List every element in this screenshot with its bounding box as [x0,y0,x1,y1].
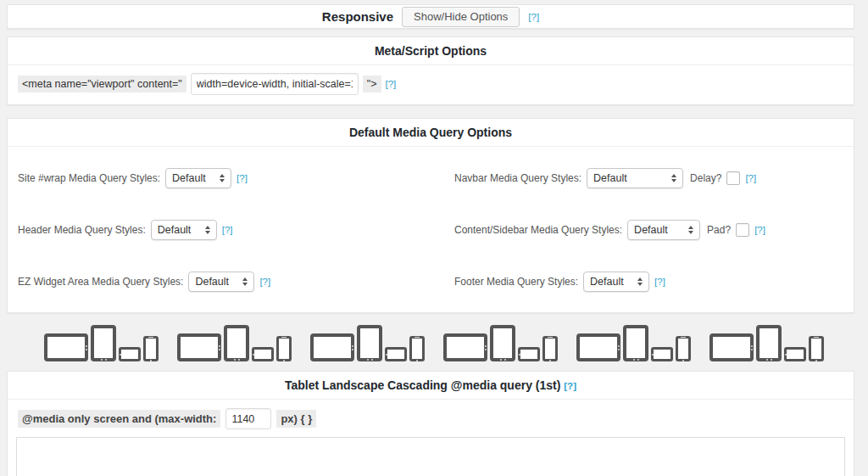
mq-row-footer: Footer Media Query Styles: Default [?] [444,255,854,307]
tablet-landscape-icon [310,333,354,361]
meta-script-panel: Meta/Script Options <meta name="viewport… [7,36,854,105]
tablet-portrait-icon [490,325,515,361]
media-query-row: @media only screen and (max-width: px) {… [8,400,854,434]
tablet-portrait-icon [357,325,382,361]
max-width-input[interactable] [225,408,271,429]
page-title: Responsive [322,9,393,24]
mq-row-content-sidebar: Content/Sidebar Media Query Styles: Defa… [444,204,854,255]
phone-landscape-icon [784,347,806,361]
content-sidebar-select[interactable]: Default [627,220,700,240]
help-link-viewport[interactable]: [?] [386,79,397,89]
select-arrows-icon [671,174,676,182]
help-link-header[interactable]: [?] [222,225,233,235]
ez-widget-label: EZ Widget Area Media Query Styles: [18,276,183,288]
mq-row-site-wrap: Site #wrap Media Query Styles: Default [… [8,152,444,204]
device-group [44,325,159,361]
phone-portrait-icon [276,336,292,361]
select-arrows-icon [205,226,210,234]
responsive-header-bar: Responsive Show/Hide Options [?] [7,4,854,29]
phone-portrait-icon [409,336,425,361]
device-indicator-strip [0,313,868,370]
viewport-content-input[interactable] [191,73,359,95]
footer-select[interactable]: Default [583,272,649,292]
select-arrows-icon [637,277,643,286]
site-wrap-select[interactable]: Default [165,168,231,188]
phone-landscape-icon [651,347,673,361]
header-select-value: Default [158,224,192,236]
viewport-code-prefix: <meta name="viewport" content=" [18,76,186,92]
footer-select-value: Default [590,276,624,288]
phone-portrait-icon [809,336,824,361]
help-link-responsive[interactable]: [?] [528,12,539,22]
select-arrows-icon [242,277,248,286]
tablet-landscape-panel: Tablet Landscape Cascading @media query … [7,371,854,476]
tablet-landscape-panel-title: Tablet Landscape Cascading @media query … [8,372,854,400]
device-group [177,325,292,361]
site-wrap-label: Site #wrap Media Query Styles: [18,172,160,184]
ez-widget-select-value: Default [195,276,229,288]
phone-portrait-icon [143,336,159,361]
device-group [709,325,824,361]
phone-portrait-icon [542,336,558,361]
help-link-navbar[interactable]: [?] [745,173,756,183]
help-link-tablet-landscape[interactable]: [?] [564,381,576,391]
content-sidebar-select-value: Default [634,224,668,236]
pad-checkbox-label: Pad? [707,224,731,236]
footer-label: Footer Media Query Styles: [454,276,578,288]
delay-checkbox[interactable] [726,171,740,185]
tablet-portrait-icon [91,325,116,361]
tablet-landscape-icon [576,333,620,361]
header-select[interactable]: Default [151,220,217,240]
mq-row-ez-widget: EZ Widget Area Media Query Styles: Defau… [8,255,444,307]
phone-landscape-icon [385,347,407,361]
show-hide-options-button[interactable]: Show/Hide Options [402,7,520,27]
viewport-meta-row: <meta name="viewport" content=" "> [?] [8,65,854,104]
tablet-landscape-icon [177,333,221,361]
pad-checkbox[interactable] [736,223,749,237]
device-group [576,325,691,361]
header-label: Header Media Query Styles: [18,224,146,236]
navbar-select[interactable]: Default [587,168,683,188]
help-link-ez-widget[interactable]: [?] [259,277,270,287]
mq-row-navbar: Navbar Media Query Styles: Default Delay… [444,152,854,204]
tablet-portrait-icon [224,325,249,361]
tablet-landscape-title-text: Tablet Landscape Cascading @media query … [285,378,560,392]
phone-landscape-icon [518,347,540,361]
default-mq-grid: Site #wrap Media Query Styles: Default [… [8,147,854,312]
select-arrows-icon [220,174,225,182]
tablet-portrait-icon [623,325,648,361]
help-link-footer[interactable]: [?] [654,277,665,287]
ez-widget-select[interactable]: Default [188,272,254,292]
device-group [310,325,425,361]
navbar-select-value: Default [593,172,627,184]
default-mq-panel-title: Default Media Query Options [8,119,854,147]
viewport-code-suffix: "> [363,76,381,92]
phone-landscape-icon [252,347,274,361]
default-mq-panel: Default Media Query Options Site #wrap M… [7,118,854,313]
delay-checkbox-label: Delay? [690,172,721,184]
media-query-suffix: px) { } [276,410,316,428]
navbar-label: Navbar Media Query Styles: [454,172,581,184]
device-group [443,325,558,361]
mq-row-header: Header Media Query Styles: Default [?] [8,204,444,255]
content-sidebar-label: Content/Sidebar Media Query Styles: [454,224,622,236]
tablet-landscape-icon [44,333,88,361]
phone-landscape-icon [119,347,141,361]
select-arrows-icon [688,226,693,234]
help-link-content-sidebar[interactable]: [?] [754,225,765,235]
tablet-landscape-icon [443,333,487,361]
help-link-site-wrap[interactable]: [?] [236,173,248,183]
site-wrap-select-value: Default [172,172,206,184]
phone-portrait-icon [676,336,691,361]
custom-css-textarea[interactable] [16,437,845,476]
tablet-landscape-icon [709,333,754,361]
tablet-portrait-icon [756,325,782,361]
media-query-prefix: @media only screen and (max-width: [18,410,220,428]
meta-script-panel-title: Meta/Script Options [8,37,854,65]
